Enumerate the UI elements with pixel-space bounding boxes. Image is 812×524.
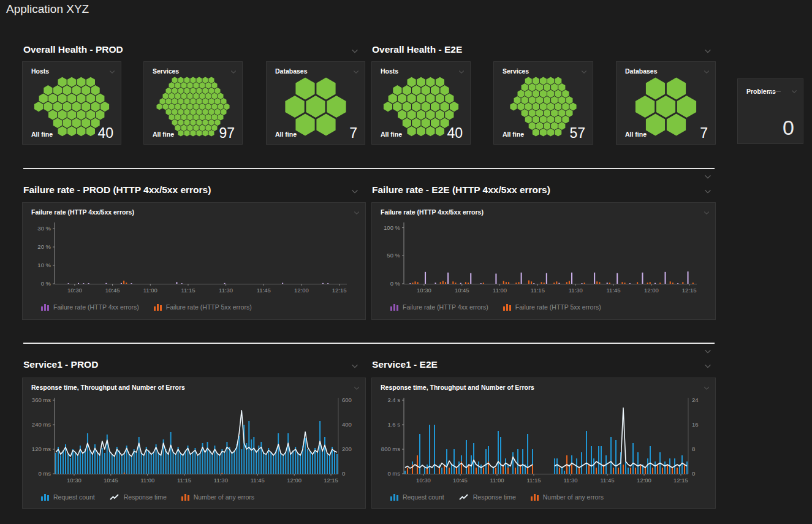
chevron-down-icon[interactable] [351, 187, 359, 196]
entity-count: 97 [219, 125, 235, 142]
failure-rate-prod-chart[interactable]: 0 %10 %20 %30 %10:3010:4511:0011:1511:30… [23, 220, 365, 302]
health-tile-hosts-e2e[interactable]: Hosts All fine 40 [371, 61, 471, 145]
svg-text:240 ms: 240 ms [32, 421, 51, 428]
section-header-service1-prod: Service1 - PROD [23, 359, 98, 370]
svg-text:16: 16 [692, 421, 699, 428]
svg-text:10:45: 10:45 [104, 477, 118, 484]
status-text: All fine [153, 131, 174, 138]
health-tile-services-e2e[interactable]: Services All fine 57 [493, 61, 593, 145]
svg-text:100 %: 100 % [384, 224, 400, 231]
legend-item[interactable]: Number of any errors [181, 493, 254, 501]
health-hex-cluster [623, 77, 709, 137]
svg-text:120 ms: 120 ms [32, 446, 51, 452]
tile-label: Hosts [31, 67, 49, 75]
bars-legend-icon [390, 304, 398, 311]
legend-label: Failure rate (HTTP 5xx errors) [515, 303, 601, 311]
chevron-down-icon[interactable] [704, 347, 712, 355]
legend-label: Number of any errors [194, 493, 254, 501]
bars-legend-icon [390, 494, 398, 501]
chevron-down-icon[interactable] [353, 383, 360, 390]
svg-text:0 %: 0 % [41, 280, 51, 287]
bars-legend-icon [503, 304, 511, 311]
tile-label: Services [503, 67, 529, 75]
health-hex-cluster [273, 77, 359, 137]
svg-text:11:00: 11:00 [140, 477, 154, 484]
chart-legend: Request countResponse timeNumber of any … [390, 493, 604, 501]
chevron-down-icon[interactable] [791, 86, 798, 94]
legend-label: Number of any errors [543, 493, 604, 501]
chevron-down-icon[interactable] [108, 67, 116, 74]
chevron-down-icon[interactable] [351, 362, 359, 370]
legend-label: Response time [473, 493, 516, 501]
chevron-down-icon[interactable] [458, 67, 465, 74]
failure-rate-prod-tile[interactable]: Failure rate (HTTP 4xx/5xx errors) 0 %10… [22, 202, 366, 320]
legend-label: Failure rate (HTTP 4xx errors) [53, 303, 139, 311]
health-tile-hosts-prod[interactable]: Hosts All fine 40 [22, 61, 121, 145]
status-text: All fine [31, 131, 53, 138]
svg-text:200: 200 [342, 446, 352, 452]
legend-item[interactable]: Response time [110, 493, 167, 501]
chart-title: Response time, Throughput and Number of … [381, 384, 534, 391]
line-legend-icon [110, 494, 120, 501]
chevron-down-icon[interactable] [703, 208, 710, 215]
svg-text:8: 8 [692, 446, 695, 452]
svg-text:12:15: 12:15 [332, 287, 347, 294]
chevron-down-icon[interactable] [703, 67, 710, 74]
failure-rate-e2e-chart[interactable]: 0 %50 %100 %10:3010:4511:0011:1511:3011:… [372, 220, 715, 302]
legend-label: Failure rate (HTTP 5xx errors) [166, 303, 252, 311]
health-tile-databases-prod[interactable]: Databases All fine 7 [266, 61, 365, 145]
entity-count: 40 [97, 125, 113, 142]
problems-count: 0 [783, 116, 794, 140]
chevron-down-icon[interactable] [580, 67, 588, 74]
svg-text:360 ms: 360 ms [32, 397, 51, 403]
section-divider [23, 343, 715, 344]
legend-item[interactable]: Request count [390, 493, 444, 501]
bars-legend-icon [41, 494, 49, 501]
health-tile-services-prod[interactable]: Services All fine 97 [143, 61, 243, 145]
svg-text:2.4 s: 2.4 s [387, 397, 400, 403]
legend-item[interactable]: Response time [459, 493, 516, 501]
service1-e2e-tile[interactable]: Response time, Throughput and Number of … [371, 378, 716, 509]
section-header-overall-health-prod: Overall Health - PROD [23, 44, 123, 55]
svg-text:600: 600 [342, 397, 352, 403]
failure-rate-e2e-tile[interactable]: Failure rate (HTTP 4xx/5xx errors) 0 %50… [371, 202, 716, 320]
svg-text:11:00: 11:00 [490, 477, 504, 484]
chart-title: Failure rate (HTTP 4xx/5xx errors) [381, 208, 484, 216]
svg-text:0 ms: 0 ms [387, 470, 400, 477]
chevron-down-icon[interactable] [704, 362, 712, 370]
legend-item[interactable]: Request count [41, 493, 95, 501]
svg-text:11:45: 11:45 [257, 287, 271, 294]
chevron-down-icon[interactable] [353, 208, 360, 215]
bars-legend-icon [181, 494, 189, 501]
health-tile-databases-e2e[interactable]: Databases All fine 7 [616, 61, 716, 145]
legend-item[interactable]: Failure rate (HTTP 5xx errors) [154, 303, 252, 311]
status-text: All fine [625, 131, 647, 138]
chevron-down-icon[interactable] [230, 67, 237, 74]
legend-label: Failure rate (HTTP 4xx errors) [403, 303, 488, 311]
service_e2e-svg: 0 ms800 ms1.6 s2.4 s08162410:3010:4511:0… [372, 395, 715, 492]
legend-item[interactable]: Failure rate (HTTP 4xx errors) [390, 303, 488, 311]
legend-label: Request count [403, 493, 444, 501]
chevron-down-icon[interactable] [703, 383, 710, 390]
legend-item[interactable]: Failure rate (HTTP 4xx errors) [41, 303, 139, 311]
service1-e2e-chart[interactable]: 0 ms800 ms1.6 s2.4 s08162410:3010:4511:0… [372, 395, 715, 492]
service1-prod-tile[interactable]: Response time, Throughput and Number of … [22, 378, 366, 509]
bars-legend-icon [41, 304, 49, 311]
legend-item[interactable]: Number of any errors [531, 493, 604, 501]
chevron-down-icon[interactable] [351, 47, 359, 55]
svg-text:11:45: 11:45 [600, 477, 614, 484]
svg-text:12:00: 12:00 [287, 477, 302, 484]
svg-text:11:30: 11:30 [563, 477, 577, 484]
chevron-down-icon[interactable] [704, 47, 712, 55]
service1-prod-chart[interactable]: 0 ms120 ms240 ms360 ms020040060010:3010:… [23, 395, 365, 492]
problems-tile[interactable]: Problems 0 [737, 78, 803, 144]
chevron-down-icon[interactable] [352, 67, 360, 74]
svg-text:11:30: 11:30 [569, 287, 583, 294]
tile-label: Databases [625, 67, 658, 75]
status-text: All fine [275, 131, 297, 138]
svg-text:0 %: 0 % [390, 280, 401, 287]
chevron-down-icon[interactable] [704, 187, 712, 196]
failure_e2e-svg: 0 %50 %100 %10:3010:4511:0011:1511:3011:… [372, 220, 715, 302]
legend-item[interactable]: Failure rate (HTTP 5xx errors) [503, 303, 601, 311]
chevron-down-icon[interactable] [704, 172, 712, 181]
